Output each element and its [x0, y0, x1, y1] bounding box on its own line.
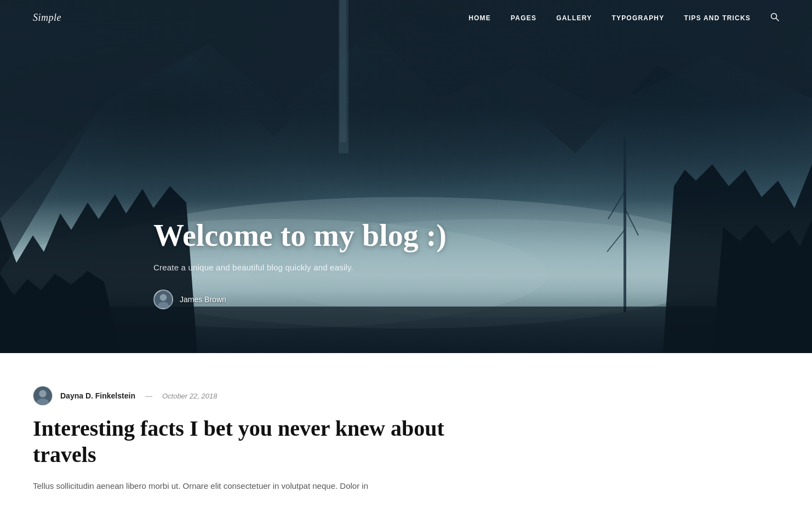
nav-typography[interactable]: TYPOGRAPHY — [611, 14, 664, 22]
main-nav: HOME PAGES GALLERY TYPOGRAPHY TIPS AND T… — [468, 13, 779, 23]
hero-title: Welcome to my blog :) — [153, 218, 447, 253]
blog-section: Dayna D. Finkelstein — October 22, 2018 … — [0, 353, 812, 514]
nav-home[interactable]: HOME — [468, 14, 491, 22]
hero-author-name: James Brown — [180, 295, 226, 304]
nav-gallery[interactable]: GALLERY — [556, 14, 592, 22]
avatar — [153, 290, 173, 309]
hero-section: Welcome to my blog :) Create a unique an… — [0, 0, 812, 353]
search-button[interactable] — [770, 13, 779, 23]
post-date: October 22, 2018 — [162, 392, 217, 400]
site-logo[interactable]: Simple — [33, 12, 61, 24]
site-header: Simple HOME PAGES GALLERY TYPOGRAPHY TIP… — [0, 0, 812, 36]
svg-point-19 — [160, 294, 167, 301]
post-meta: Dayna D. Finkelstein — October 22, 2018 — [33, 386, 779, 406]
hero-author-row: James Brown — [153, 290, 447, 309]
svg-point-22 — [39, 390, 46, 397]
nav-pages[interactable]: PAGES — [511, 14, 536, 22]
post-excerpt: Tellus sollicitudin aenean libero morbi … — [33, 479, 427, 493]
post-author-avatar — [33, 386, 53, 406]
post-date-separator: — — [145, 392, 152, 400]
hero-content: Welcome to my blog :) Create a unique an… — [0, 218, 447, 353]
post-title[interactable]: Interesting facts I bet you never knew a… — [33, 415, 449, 468]
post-author-name[interactable]: Dayna D. Finkelstein — [60, 391, 135, 400]
nav-tips[interactable]: TIPS AND TRICKS — [684, 14, 751, 22]
hero-subtitle: Create a unique and beautiful blog quick… — [153, 263, 447, 272]
svg-line-1 — [776, 19, 779, 21]
